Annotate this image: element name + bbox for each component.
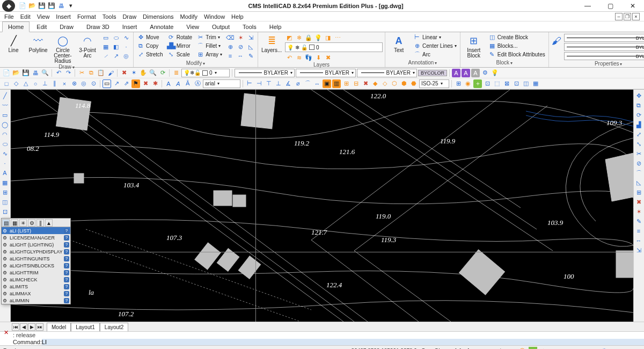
- create-block-button[interactable]: ◫Create Block: [487, 33, 546, 41]
- erase-icon[interactable]: ⌫: [225, 33, 235, 42]
- move-button[interactable]: ✥Move: [136, 33, 164, 41]
- tab-last-button[interactable]: ⏭: [36, 323, 43, 331]
- tab-prev-button[interactable]: ◀: [20, 323, 27, 331]
- stretch-button[interactable]: ⤢Stretch: [136, 50, 164, 59]
- d3-icon[interactable]: ⊤: [265, 79, 273, 88]
- lt11-icon[interactable]: ⊞: [1, 188, 9, 197]
- st3-icon[interactable]: ▦: [486, 347, 494, 350]
- scale-button[interactable]: ⤡Scale: [166, 50, 193, 59]
- arc-button[interactable]: ◠3-Point Arc: [76, 33, 99, 59]
- menu-dimensions[interactable]: Dimensions: [143, 13, 173, 20]
- drawing-canvas[interactable]: 114.8114.908.2103.4109.5107.3107.2la119.…: [11, 90, 633, 322]
- ac-h2-icon[interactable]: ▦: [11, 219, 18, 227]
- ts-cut-icon[interactable]: ✂: [77, 69, 86, 77]
- d7-icon[interactable]: ⌒: [303, 79, 312, 88]
- rt17-icon[interactable]: ⇲: [634, 246, 643, 255]
- array-button[interactable]: ⊞Array▾: [195, 50, 223, 59]
- layer-state-icon[interactable]: ◩: [285, 33, 294, 42]
- layer-combo[interactable]: 💡❄🔓0: [285, 42, 383, 52]
- st12-icon[interactable]: ⊡: [621, 347, 630, 350]
- editpl-icon[interactable]: ✎: [246, 52, 255, 60]
- txt-d-icon[interactable]: Ⓐ: [193, 79, 202, 88]
- lt5-icon[interactable]: ◠: [1, 130, 9, 139]
- ts-save-icon[interactable]: 💾: [21, 69, 30, 77]
- menu-file[interactable]: File: [4, 13, 14, 20]
- tab-edit[interactable]: Edit: [31, 21, 53, 32]
- ac-h4-icon[interactable]: ⚙: [28, 219, 35, 227]
- maximize-button[interactable]: ▢: [599, 0, 621, 12]
- dim-arc-button[interactable]: ⌒Arc: [412, 50, 458, 59]
- d6-icon[interactable]: ⌀: [294, 79, 302, 88]
- ts-layer-combo[interactable]: 💡❄🔓0: [181, 69, 230, 77]
- ts-print-icon[interactable]: 🖶: [31, 69, 40, 77]
- tab-output[interactable]: Output: [206, 21, 236, 32]
- snap4-icon[interactable]: ○: [31, 79, 40, 88]
- st6-icon[interactable]: ◯: [518, 347, 526, 350]
- tab-draw3d[interactable]: Draw 3D: [80, 21, 115, 32]
- ltype-combo[interactable]: BYLAYER: [564, 52, 644, 60]
- ts-undo-icon[interactable]: ↶: [54, 69, 63, 77]
- d13-icon[interactable]: ✖: [361, 79, 370, 88]
- ray-icon[interactable]: ↗: [111, 52, 121, 60]
- rt1-icon[interactable]: ✥: [634, 91, 643, 100]
- e5-icon[interactable]: ⬚: [493, 79, 501, 88]
- rt9-icon[interactable]: ⌒: [634, 169, 643, 177]
- menu-window[interactable]: Window: [204, 13, 225, 20]
- lt3-icon[interactable]: ▭: [1, 111, 9, 119]
- rt16-icon[interactable]: ↔: [634, 236, 643, 245]
- tab-home[interactable]: Home: [2, 21, 30, 32]
- d8-icon[interactable]: ↔: [313, 79, 321, 88]
- tab-view[interactable]: View: [180, 21, 205, 32]
- autocomplete-item[interactable]: ⚙LICENSEMANAGER?: [2, 234, 70, 241]
- trim-button[interactable]: ✂Trim▾: [195, 33, 223, 41]
- snap3-icon[interactable]: △: [21, 79, 30, 88]
- layer-more-icon[interactable]: ⋯: [333, 33, 342, 42]
- snap7-icon[interactable]: ×: [60, 79, 69, 88]
- ts-copy-icon[interactable]: ⧉: [87, 69, 96, 77]
- rt2-icon[interactable]: ⧉: [634, 101, 643, 110]
- command-input[interactable]: [42, 339, 644, 345]
- menu-edit[interactable]: Edit: [20, 13, 31, 20]
- autocomplete-item[interactable]: ⚙aLIGHTSINBLOCKS?: [2, 262, 70, 269]
- d9-icon[interactable]: ▣: [323, 79, 331, 88]
- autocomplete-item[interactable]: ⚙aLIMITS?: [2, 283, 70, 290]
- e3-icon[interactable]: ＋: [473, 79, 482, 88]
- ellipse-icon[interactable]: ⬭: [111, 33, 121, 42]
- region-icon[interactable]: ◧: [111, 42, 121, 51]
- e2-icon[interactable]: ◉: [464, 79, 472, 88]
- snap6-icon[interactable]: ∥: [50, 79, 59, 88]
- lt9-icon[interactable]: A: [1, 169, 9, 177]
- ts-preview-icon[interactable]: 🔍: [41, 69, 49, 77]
- st13-icon[interactable]: ▾: [632, 347, 641, 350]
- snap1-icon[interactable]: □: [2, 79, 11, 88]
- xline-icon[interactable]: ⟋: [101, 52, 111, 60]
- txt-b-icon[interactable]: A: [174, 79, 182, 88]
- lt6-icon[interactable]: ⬭: [1, 140, 9, 148]
- text-button[interactable]: AText: [387, 33, 410, 53]
- layers-button[interactable]: ≣Layers...: [260, 33, 283, 53]
- color-combo[interactable]: BYLAYER: [564, 34, 644, 42]
- rt12-icon[interactable]: ✖: [634, 198, 643, 206]
- close-button[interactable]: ✕: [621, 0, 644, 12]
- menu-draw[interactable]: Draw: [122, 13, 136, 20]
- tab-draw[interactable]: Draw: [54, 21, 79, 32]
- fillet-button[interactable]: ⌒Fillet▾: [195, 42, 223, 50]
- ax1-icon[interactable]: A: [452, 69, 460, 77]
- rt13-icon[interactable]: ✶: [634, 207, 643, 216]
- layer-freeze-icon[interactable]: ❄: [295, 33, 303, 42]
- e1-icon[interactable]: ⊞: [454, 79, 463, 88]
- lt13-icon[interactable]: ⊡: [1, 207, 9, 216]
- spline-icon[interactable]: ∿: [121, 33, 131, 42]
- snap8-icon[interactable]: ⊗: [70, 79, 78, 88]
- tab-help[interactable]: Help: [264, 21, 288, 32]
- e4-icon[interactable]: ⊡: [483, 79, 492, 88]
- join-icon[interactable]: ⊕: [225, 42, 235, 51]
- tab-tools[interactable]: Tools: [237, 21, 262, 32]
- lweight-combo[interactable]: BYLAYER: [564, 43, 644, 51]
- cmd-close-icon[interactable]: ✕: [2, 329, 10, 336]
- align-icon[interactable]: ≡: [225, 52, 235, 60]
- doc-minimize-button[interactable]: –: [615, 13, 623, 20]
- d11-icon[interactable]: ⊞: [342, 79, 350, 88]
- minimize-button[interactable]: —: [576, 0, 599, 12]
- lt1-icon[interactable]: ╱: [1, 91, 9, 100]
